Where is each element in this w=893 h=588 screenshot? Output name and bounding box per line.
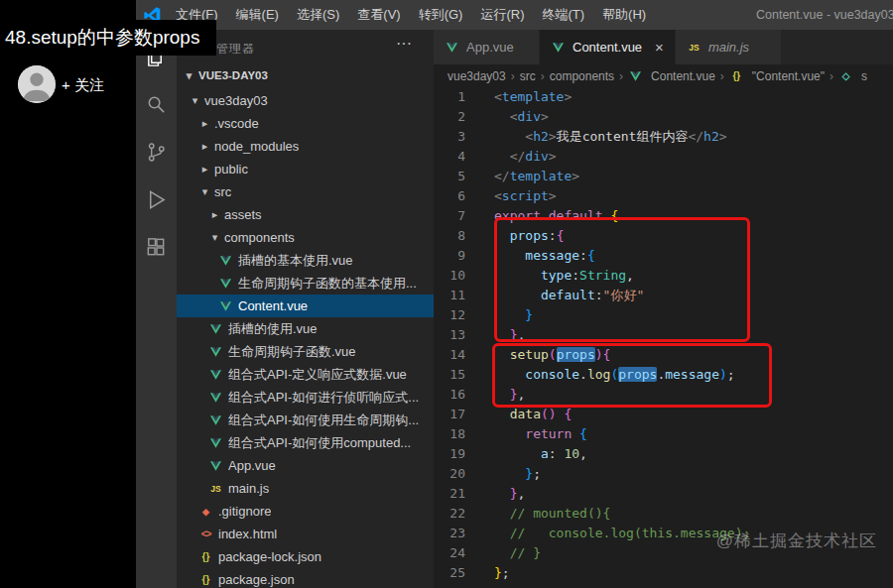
line-number: 13 xyxy=(434,325,481,345)
tree-item[interactable]: 生命周期钩子函数.vue xyxy=(177,340,434,363)
code-line: default:"你好" xyxy=(494,286,750,305)
tab-Content.vue[interactable]: Content.vue× xyxy=(540,30,675,64)
vue-icon xyxy=(218,301,233,311)
code-line: // console.log(this.message); xyxy=(494,524,750,543)
tree-item[interactable]: 插槽的使用.vue xyxy=(177,317,434,340)
tree-item[interactable]: Content.vue xyxy=(177,294,434,317)
line-number: 18 xyxy=(434,424,481,444)
code-line: setup(props){ xyxy=(494,345,750,365)
code-line: return { xyxy=(494,424,750,444)
more-actions-icon[interactable]: ··· xyxy=(396,35,412,53)
extensions-icon[interactable] xyxy=(144,234,170,260)
line-number: 21 xyxy=(434,484,481,504)
breadcrumb-item[interactable]: ◇s xyxy=(838,69,867,83)
tree-item[interactable]: ▸assets xyxy=(177,203,434,226)
tree-item-label: node_modules xyxy=(214,139,299,154)
line-number: 8 xyxy=(434,226,481,246)
menu-items: 文件(F)编辑(E)选择(S)查看(V)转到(G)运行(R)终端(T)帮助(H) xyxy=(167,6,655,24)
line-number: 14 xyxy=(434,345,481,365)
tree-item-label: 组合式API-定义响应式数据.vue xyxy=(228,366,407,384)
tree-item-label: assets xyxy=(224,207,262,222)
tree-item-label: main.js xyxy=(228,481,269,496)
breadcrumb-item[interactable]: components xyxy=(550,69,614,83)
line-number: 9 xyxy=(434,246,481,266)
code-line: }, xyxy=(494,385,750,405)
tree-item[interactable]: ▸public xyxy=(177,158,434,180)
tree-item-label: 生命周期钩子函数的基本使用... xyxy=(238,275,417,293)
chevron-right-icon: ▸ xyxy=(198,140,211,153)
tree-item[interactable]: 组合式API-如何进行侦听响应式... xyxy=(177,386,434,409)
tree-item-label: 插槽的基本使用.vue xyxy=(238,252,353,270)
search-icon[interactable] xyxy=(144,91,170,117)
tree-item[interactable]: ▸node_modules xyxy=(177,135,434,158)
line-number: 2 xyxy=(434,107,481,127)
tree-item[interactable]: <>index.html xyxy=(177,523,434,545)
tree-item[interactable]: JSmain.js xyxy=(177,477,434,500)
tree-item[interactable]: 组合式API-如何使用生命周期钩... xyxy=(177,409,434,431)
breadcrumb-item[interactable]: {}"Content.vue" xyxy=(729,69,825,83)
follow-button[interactable]: + 关注 xyxy=(62,76,104,95)
vue-icon xyxy=(208,347,223,357)
tree-item[interactable]: ▸.vscode xyxy=(177,112,434,135)
explorer-sidebar: 资源管理器 ··· ▾ VUE3-DAY03 ▾vue3day03▸.vscod… xyxy=(177,30,434,588)
breadcrumb-item[interactable]: vue3day03 xyxy=(447,69,506,83)
tree-item[interactable]: 组合式API-如何使用computed... xyxy=(177,431,434,454)
tree-item[interactable]: ◆.gitignore xyxy=(177,500,434,523)
menu-item[interactable]: 运行(R) xyxy=(471,6,533,24)
tree-item[interactable]: 插槽的基本使用.vue xyxy=(177,249,434,272)
avatar[interactable] xyxy=(18,65,56,103)
tab-App.vue[interactable]: App.vue xyxy=(434,30,539,64)
code-editor[interactable]: 1234567891011121314151617181920212223242… xyxy=(434,87,893,588)
sym-icon: ◇ xyxy=(838,70,853,81)
menu-item[interactable]: 转到(G) xyxy=(410,6,472,24)
menu-item[interactable]: 帮助(H) xyxy=(593,6,655,24)
close-icon[interactable]: × xyxy=(655,39,664,56)
breadcrumb-item-label: vue3day03 xyxy=(447,69,506,83)
tab-bar: App.vueContent.vue×JSmain.js xyxy=(434,30,893,64)
tree-item[interactable]: ▾vue3day03 xyxy=(177,89,434,112)
tree-root-item[interactable]: ▾ VUE3-DAY03 xyxy=(177,63,434,87)
breadcrumb: vue3day03›src›components›Content.vue›{}"… xyxy=(434,64,893,87)
source-control-icon[interactable] xyxy=(144,139,170,165)
breadcrumb-item[interactable]: Content.vue xyxy=(628,69,715,83)
breadcrumb-item[interactable]: src xyxy=(520,69,536,83)
line-number: 15 xyxy=(434,365,481,385)
tree-item[interactable]: 组合式API-定义响应式数据.vue xyxy=(177,363,434,386)
video-title: 48.setup的中参数props xyxy=(0,20,216,56)
vue-icon xyxy=(208,370,223,380)
line-number: 6 xyxy=(434,186,481,206)
code-line: <template> xyxy=(494,87,750,107)
menu-item[interactable]: 编辑(E) xyxy=(227,6,288,24)
menu-item[interactable]: 选择(S) xyxy=(288,6,348,24)
tree-item[interactable]: {}package.json xyxy=(177,568,434,588)
code-line: }, xyxy=(494,484,750,504)
line-number: 11 xyxy=(434,286,481,305)
tree-item-label: 组合式API-如何使用生命周期钩... xyxy=(228,412,419,429)
tree-item[interactable]: ▾src xyxy=(177,180,434,203)
tree-item[interactable]: App.vue xyxy=(177,454,434,477)
tab-main.js[interactable]: JSmain.js xyxy=(676,30,781,64)
line-number: 22 xyxy=(434,504,481,524)
run-debug-icon[interactable] xyxy=(144,186,170,212)
git-icon: ◆ xyxy=(198,507,213,517)
code-line: } xyxy=(494,305,750,325)
code-line: export default { xyxy=(494,206,750,226)
chevron-down-icon: ▾ xyxy=(183,69,195,82)
menu-item[interactable]: 查看(V) xyxy=(348,6,409,24)
tree-item-label: index.html xyxy=(218,527,277,541)
menu-item[interactable]: 终端(T) xyxy=(533,6,593,24)
line-number: 7 xyxy=(434,206,481,226)
breadcrumb-item-label: src xyxy=(520,69,536,83)
tree-item-label: package-lock.json xyxy=(218,549,321,564)
window-title: Content.vue - vue3day03 xyxy=(756,8,893,22)
menu-bar: 文件(F)编辑(E)选择(S)查看(V)转到(G)运行(R)终端(T)帮助(H)… xyxy=(136,0,893,30)
code-line: <div> xyxy=(494,107,750,127)
vue-icon xyxy=(208,415,223,425)
vue-icon xyxy=(628,71,643,81)
tree-item[interactable]: {}package-lock.json xyxy=(177,545,434,568)
tree-item[interactable]: ▾components xyxy=(177,226,434,249)
tree-item[interactable]: 生命周期钩子函数的基本使用... xyxy=(177,272,434,294)
code-line: message:{ xyxy=(494,246,750,266)
tree-item-label: public xyxy=(214,162,248,176)
line-number: 25 xyxy=(434,563,481,583)
